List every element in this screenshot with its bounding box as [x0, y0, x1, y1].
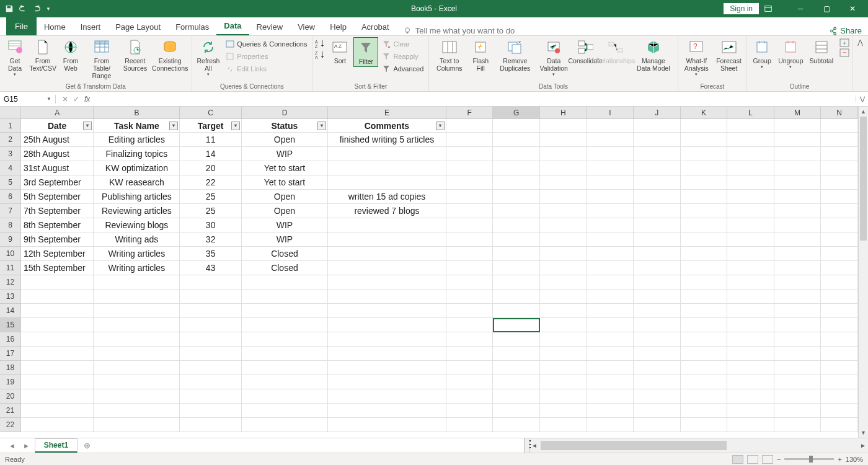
select-all-corner[interactable] [0, 107, 21, 119]
save-icon[interactable] [5, 4, 14, 13]
col-header-B[interactable]: B [94, 107, 180, 118]
filter-dropdown-icon[interactable]: ▾ [169, 122, 178, 130]
cell-B2[interactable]: Editing articles [94, 133, 180, 147]
cell-F8[interactable] [446, 218, 494, 232]
col-header-J[interactable]: J [634, 107, 681, 118]
zoom-level[interactable]: 130% [846, 456, 863, 463]
cell-D8[interactable]: WIP [242, 218, 328, 232]
cell-K8[interactable] [681, 218, 728, 232]
cell-B4[interactable]: KW optimization [94, 161, 180, 175]
cell-G5[interactable] [493, 175, 540, 190]
cell-L19[interactable] [727, 375, 774, 389]
cell-F6[interactable] [446, 190, 494, 204]
cell-I21[interactable] [587, 404, 634, 418]
cell-H12[interactable] [540, 275, 587, 290]
cell-H6[interactable] [540, 190, 587, 204]
cell-D15[interactable] [242, 318, 328, 332]
cell-B6[interactable]: Publishing articles [94, 190, 180, 204]
cell-L21[interactable] [727, 404, 774, 418]
cell-K20[interactable] [681, 389, 728, 404]
cell-M11[interactable] [774, 261, 822, 275]
cell-F15[interactable] [446, 318, 494, 332]
cell-E12[interactable] [328, 275, 446, 290]
cell-D2[interactable]: Open [242, 133, 328, 147]
cell-I20[interactable] [587, 389, 634, 404]
cell-M9[interactable] [774, 232, 822, 247]
cell-F1[interactable] [446, 119, 494, 133]
cell-H18[interactable] [540, 361, 587, 375]
cell-E16[interactable] [328, 332, 446, 347]
tab-help[interactable]: Help [322, 19, 354, 35]
cell-E19[interactable] [328, 375, 446, 389]
cell-L14[interactable] [727, 304, 774, 318]
cell-N14[interactable] [821, 304, 858, 318]
cell-N8[interactable] [821, 218, 858, 232]
cell-F5[interactable] [446, 175, 494, 190]
zoom-slider[interactable] [784, 458, 834, 460]
minimize-icon[interactable]: ─ [790, 4, 811, 13]
cell-D12[interactable] [242, 275, 328, 290]
cell-A1[interactable]: Date▾ [21, 119, 94, 133]
scroll-right-icon[interactable]: ► [858, 438, 868, 453]
from-table-range-button[interactable]: From Table/ Range [84, 37, 119, 81]
cell-H20[interactable] [540, 389, 587, 404]
cell-M14[interactable] [774, 304, 822, 318]
cell-M21[interactable] [774, 404, 822, 418]
col-header-A[interactable]: A [21, 107, 94, 118]
from-text-csv-button[interactable]: From Text/CSV [29, 37, 57, 73]
cell-C4[interactable]: 20 [180, 161, 241, 175]
row-header-14[interactable]: 14 [0, 304, 21, 318]
page-break-view-icon[interactable] [762, 455, 773, 464]
cell-C15[interactable] [180, 318, 241, 332]
cell-D4[interactable]: Yet to start [242, 161, 328, 175]
cell-I6[interactable] [587, 190, 634, 204]
cell-K5[interactable] [681, 175, 728, 190]
col-header-G[interactable]: G [493, 107, 540, 118]
cell-A5[interactable]: 3rd September [21, 175, 94, 190]
cell-D22[interactable] [242, 418, 328, 432]
cell-I7[interactable] [587, 204, 634, 218]
cell-M16[interactable] [774, 332, 822, 347]
cell-F17[interactable] [446, 347, 494, 361]
cell-L3[interactable] [727, 147, 774, 161]
cell-C9[interactable]: 32 [180, 232, 241, 247]
scroll-thumb[interactable] [860, 117, 867, 241]
cell-B16[interactable] [94, 332, 180, 347]
sort-az-button[interactable]: AZ [315, 38, 326, 48]
add-sheet-icon[interactable]: ⊕ [84, 441, 91, 450]
remove-duplicates-button[interactable]: Remove Duplicates [494, 37, 536, 73]
col-header-M[interactable]: M [774, 107, 822, 118]
cell-K15[interactable] [681, 318, 728, 332]
group-button[interactable]: Group▾ [750, 37, 774, 71]
cell-E11[interactable] [328, 261, 446, 275]
cell-J21[interactable] [634, 404, 681, 418]
cell-E15[interactable] [328, 318, 446, 332]
row-header-19[interactable]: 19 [0, 375, 21, 389]
filter-dropdown-icon[interactable]: ▾ [231, 122, 240, 130]
cell-B11[interactable]: Writing articles [94, 261, 180, 275]
cell-C20[interactable] [180, 389, 241, 404]
cell-C1[interactable]: Target▾ [180, 119, 241, 133]
cell-H2[interactable] [540, 133, 587, 147]
cell-D20[interactable] [242, 389, 328, 404]
cell-M7[interactable] [774, 204, 822, 218]
cell-F4[interactable] [446, 161, 494, 175]
cell-A7[interactable]: 7th September [21, 204, 94, 218]
cell-C8[interactable]: 30 [180, 218, 241, 232]
cell-I12[interactable] [587, 275, 634, 290]
cell-N20[interactable] [821, 389, 858, 404]
cell-M12[interactable] [774, 275, 822, 290]
cell-N22[interactable] [821, 418, 858, 432]
edit-links-button[interactable]: Edit Links [223, 63, 309, 74]
cell-E2[interactable]: finished writing 5 articles [328, 133, 446, 147]
cell-G2[interactable] [493, 133, 540, 147]
cell-B13[interactable] [94, 290, 180, 304]
cell-G4[interactable] [493, 161, 540, 175]
cell-I2[interactable] [587, 133, 634, 147]
cell-L17[interactable] [727, 347, 774, 361]
cell-F21[interactable] [446, 404, 494, 418]
cell-I11[interactable] [587, 261, 634, 275]
cell-A6[interactable]: 5th September [21, 190, 94, 204]
cell-E3[interactable] [328, 147, 446, 161]
what-if-button[interactable]: ?What-If Analysis▾ [681, 37, 712, 78]
